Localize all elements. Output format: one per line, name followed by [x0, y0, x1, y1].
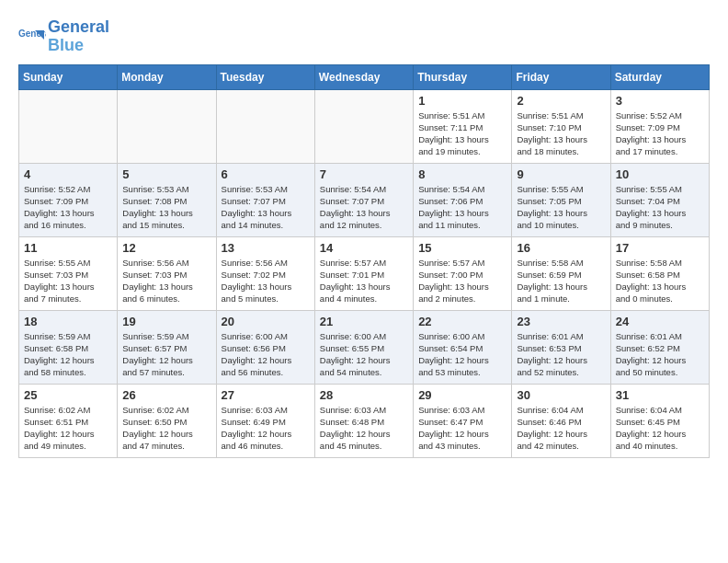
- calendar-cell: 8Sunrise: 5:54 AM Sunset: 7:06 PM Daylig…: [414, 163, 512, 236]
- day-detail: Sunrise: 5:51 AM Sunset: 7:10 PM Dayligh…: [517, 109, 605, 158]
- calendar-cell: 27Sunrise: 6:03 AM Sunset: 6:49 PM Dayli…: [216, 384, 314, 457]
- day-number: 30: [517, 388, 605, 402]
- day-number: 4: [24, 167, 112, 181]
- calendar-cell: 28Sunrise: 6:03 AM Sunset: 6:48 PM Dayli…: [314, 384, 413, 457]
- week-row-2: 4Sunrise: 5:52 AM Sunset: 7:09 PM Daylig…: [19, 163, 710, 236]
- day-detail: Sunrise: 5:57 AM Sunset: 7:00 PM Dayligh…: [418, 257, 506, 305]
- day-detail: Sunrise: 5:52 AM Sunset: 7:09 PM Dayligh…: [616, 109, 704, 158]
- calendar-cell: 15Sunrise: 5:57 AM Sunset: 7:00 PM Dayli…: [414, 236, 512, 310]
- calendar-cell: 5Sunrise: 5:53 AM Sunset: 7:08 PM Daylig…: [118, 163, 216, 236]
- calendar-cell: 26Sunrise: 6:02 AM Sunset: 6:50 PM Dayli…: [118, 384, 216, 457]
- day-header-monday: Monday: [118, 64, 216, 89]
- week-row-3: 11Sunrise: 5:55 AM Sunset: 7:03 PM Dayli…: [19, 236, 710, 310]
- day-number: 10: [616, 167, 704, 181]
- day-detail: Sunrise: 5:51 AM Sunset: 7:11 PM Dayligh…: [418, 109, 506, 158]
- day-number: 17: [616, 241, 704, 255]
- day-number: 18: [24, 315, 112, 328]
- day-detail: Sunrise: 5:59 AM Sunset: 6:57 PM Dayligh…: [122, 330, 210, 379]
- day-number: 25: [24, 388, 112, 402]
- day-detail: Sunrise: 6:00 AM Sunset: 6:56 PM Dayligh…: [222, 330, 310, 379]
- calendar-cell: [216, 89, 314, 163]
- day-detail: Sunrise: 5:55 AM Sunset: 7:05 PM Dayligh…: [517, 183, 605, 232]
- calendar-cell: 21Sunrise: 6:00 AM Sunset: 6:55 PM Dayli…: [314, 310, 413, 384]
- calendar-cell: [118, 89, 216, 163]
- calendar-cell: 2Sunrise: 5:51 AM Sunset: 7:10 PM Daylig…: [512, 89, 610, 163]
- day-number: 9: [517, 167, 605, 181]
- week-row-5: 25Sunrise: 6:02 AM Sunset: 6:51 PM Dayli…: [19, 384, 710, 457]
- day-number: 27: [222, 388, 310, 402]
- day-number: 6: [222, 167, 310, 181]
- day-number: 12: [122, 241, 210, 255]
- calendar-cell: 31Sunrise: 6:04 AM Sunset: 6:45 PM Dayli…: [610, 384, 709, 457]
- page-header: General GeneralBlue: [18, 18, 710, 55]
- day-detail: Sunrise: 6:04 AM Sunset: 6:45 PM Dayligh…: [616, 404, 704, 453]
- day-detail: Sunrise: 6:03 AM Sunset: 6:48 PM Dayligh…: [320, 404, 408, 453]
- day-detail: Sunrise: 6:04 AM Sunset: 6:46 PM Dayligh…: [517, 404, 605, 453]
- calendar-cell: 1Sunrise: 5:51 AM Sunset: 7:11 PM Daylig…: [414, 89, 512, 163]
- calendar-cell: 19Sunrise: 5:59 AM Sunset: 6:57 PM Dayli…: [118, 310, 216, 384]
- day-number: 20: [222, 315, 310, 328]
- day-number: 2: [517, 94, 605, 108]
- calendar-table: SundayMondayTuesdayWednesdayThursdayFrid…: [18, 64, 710, 458]
- calendar-cell: 6Sunrise: 5:53 AM Sunset: 7:07 PM Daylig…: [216, 163, 314, 236]
- day-detail: Sunrise: 6:03 AM Sunset: 6:49 PM Dayligh…: [222, 404, 310, 453]
- day-number: 15: [418, 241, 506, 255]
- day-detail: Sunrise: 5:52 AM Sunset: 7:09 PM Dayligh…: [24, 183, 112, 232]
- day-detail: Sunrise: 5:56 AM Sunset: 7:03 PM Dayligh…: [122, 257, 210, 305]
- logo-icon: General: [18, 23, 46, 51]
- calendar-cell: [19, 89, 118, 163]
- day-number: 16: [517, 241, 605, 255]
- logo-text: GeneralBlue: [48, 18, 109, 55]
- calendar-cell: 9Sunrise: 5:55 AM Sunset: 7:05 PM Daylig…: [512, 163, 610, 236]
- day-header-thursday: Thursday: [414, 64, 512, 89]
- calendar-cell: [314, 89, 413, 163]
- day-number: 21: [320, 315, 408, 328]
- day-detail: Sunrise: 6:01 AM Sunset: 6:53 PM Dayligh…: [517, 330, 605, 379]
- calendar-cell: 20Sunrise: 6:00 AM Sunset: 6:56 PM Dayli…: [216, 310, 314, 384]
- day-number: 11: [24, 241, 112, 255]
- day-detail: Sunrise: 5:57 AM Sunset: 7:01 PM Dayligh…: [320, 257, 408, 305]
- calendar-cell: 10Sunrise: 5:55 AM Sunset: 7:04 PM Dayli…: [610, 163, 709, 236]
- calendar-header-row: SundayMondayTuesdayWednesdayThursdayFrid…: [19, 64, 710, 89]
- day-detail: Sunrise: 6:00 AM Sunset: 6:54 PM Dayligh…: [418, 330, 506, 379]
- day-detail: Sunrise: 5:53 AM Sunset: 7:07 PM Dayligh…: [222, 183, 310, 232]
- day-number: 29: [418, 388, 506, 402]
- day-detail: Sunrise: 5:54 AM Sunset: 7:06 PM Dayligh…: [418, 183, 506, 232]
- day-header-friday: Friday: [512, 64, 610, 89]
- day-header-saturday: Saturday: [610, 64, 709, 89]
- day-number: 14: [320, 241, 408, 255]
- calendar-body: 1Sunrise: 5:51 AM Sunset: 7:11 PM Daylig…: [19, 89, 710, 457]
- day-detail: Sunrise: 5:55 AM Sunset: 7:03 PM Dayligh…: [24, 257, 112, 305]
- calendar-cell: 4Sunrise: 5:52 AM Sunset: 7:09 PM Daylig…: [19, 163, 118, 236]
- day-detail: Sunrise: 5:59 AM Sunset: 6:58 PM Dayligh…: [24, 330, 112, 379]
- calendar-cell: 3Sunrise: 5:52 AM Sunset: 7:09 PM Daylig…: [610, 89, 709, 163]
- day-number: 31: [616, 388, 704, 402]
- day-detail: Sunrise: 6:03 AM Sunset: 6:47 PM Dayligh…: [418, 404, 506, 453]
- day-number: 22: [418, 315, 506, 328]
- day-detail: Sunrise: 6:02 AM Sunset: 6:51 PM Dayligh…: [24, 404, 112, 453]
- calendar-cell: 7Sunrise: 5:54 AM Sunset: 7:07 PM Daylig…: [314, 163, 413, 236]
- day-number: 23: [517, 315, 605, 328]
- calendar-cell: 17Sunrise: 5:58 AM Sunset: 6:58 PM Dayli…: [610, 236, 709, 310]
- day-number: 8: [418, 167, 506, 181]
- calendar-cell: 11Sunrise: 5:55 AM Sunset: 7:03 PM Dayli…: [19, 236, 118, 310]
- calendar-cell: 14Sunrise: 5:57 AM Sunset: 7:01 PM Dayli…: [314, 236, 413, 310]
- calendar-cell: 13Sunrise: 5:56 AM Sunset: 7:02 PM Dayli…: [216, 236, 314, 310]
- day-number: 3: [616, 94, 704, 108]
- day-number: 13: [222, 241, 310, 255]
- calendar-cell: 16Sunrise: 5:58 AM Sunset: 6:59 PM Dayli…: [512, 236, 610, 310]
- week-row-4: 18Sunrise: 5:59 AM Sunset: 6:58 PM Dayli…: [19, 310, 710, 384]
- day-detail: Sunrise: 5:58 AM Sunset: 6:59 PM Dayligh…: [517, 257, 605, 305]
- logo: General GeneralBlue: [18, 18, 109, 55]
- week-row-1: 1Sunrise: 5:51 AM Sunset: 7:11 PM Daylig…: [19, 89, 710, 163]
- day-detail: Sunrise: 6:01 AM Sunset: 6:52 PM Dayligh…: [616, 330, 704, 379]
- day-number: 28: [320, 388, 408, 402]
- day-number: 19: [122, 315, 210, 328]
- day-detail: Sunrise: 5:53 AM Sunset: 7:08 PM Dayligh…: [122, 183, 210, 232]
- calendar-cell: 23Sunrise: 6:01 AM Sunset: 6:53 PM Dayli…: [512, 310, 610, 384]
- day-number: 26: [122, 388, 210, 402]
- calendar-cell: 30Sunrise: 6:04 AM Sunset: 6:46 PM Dayli…: [512, 384, 610, 457]
- calendar-cell: 24Sunrise: 6:01 AM Sunset: 6:52 PM Dayli…: [610, 310, 709, 384]
- day-header-sunday: Sunday: [19, 64, 118, 89]
- day-number: 7: [320, 167, 408, 181]
